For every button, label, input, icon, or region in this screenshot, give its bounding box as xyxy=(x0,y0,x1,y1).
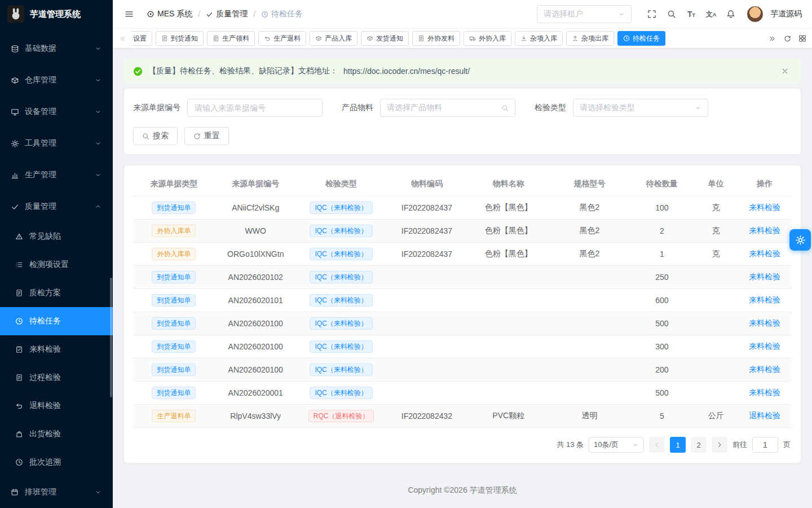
tabs-scroll-left-button[interactable] xyxy=(116,32,129,45)
cell-unit xyxy=(694,358,738,382)
sidebar-item[interactable]: 退料检验 xyxy=(0,392,113,420)
inspect-type-select[interactable]: 请选择检验类型 xyxy=(573,99,708,117)
pagination-page-button[interactable]: 2 xyxy=(691,437,707,453)
sidebar-item[interactable]: 质检方案 xyxy=(0,279,113,307)
tab-待检任务[interactable]: 待检任务 xyxy=(617,31,665,46)
sidebar-item[interactable]: 过程检验 xyxy=(0,364,113,392)
user-name[interactable]: 芋道源码 xyxy=(770,9,802,19)
tab-杂项入库[interactable]: 杂项入库 xyxy=(515,31,563,46)
translate-button[interactable]: 文A xyxy=(703,6,720,23)
success-icon xyxy=(133,67,143,76)
cell-unit xyxy=(694,382,738,405)
tab-发货通知[interactable]: 发货通知 xyxy=(361,31,409,46)
product-select[interactable]: 请选择产品物料 xyxy=(380,99,515,117)
pagination-page-button[interactable]: 1 xyxy=(670,437,686,453)
sidebar-item[interactable]: 出货检验 xyxy=(0,420,113,448)
breadcrumb-item-quality[interactable]: 质量管理 xyxy=(206,9,248,19)
row-action-link[interactable]: 来料检验 xyxy=(749,341,780,351)
cell-qty: 100 xyxy=(630,196,694,220)
tab-产品入库[interactable]: 产品入库 xyxy=(310,31,358,46)
reset-button[interactable]: 重置 xyxy=(184,127,229,145)
cell-source-type: 到货通知单 xyxy=(133,266,215,289)
row-action-link[interactable]: 来料检验 xyxy=(749,226,780,235)
cell-spec: 黑色2 xyxy=(549,220,629,243)
sidebar-menu: 基础数据仓库管理设备管理工具管理生产管理质量管理常见缺陷检测项设置质检方案待检任… xyxy=(0,28,113,508)
tabs-refresh-button[interactable] xyxy=(781,32,793,45)
filter-row: 来源单据编号 产品物料 请选择产品物料 检验类型 请选择检验类型 xyxy=(133,99,792,117)
database-icon xyxy=(10,45,19,53)
sidebar-item[interactable]: 检测项设置 xyxy=(0,251,113,279)
row-action-link[interactable]: 来料检验 xyxy=(749,388,780,397)
row-action-link[interactable]: 退料检验 xyxy=(749,411,780,420)
sidebar-item[interactable]: 质量管理 xyxy=(0,191,113,222)
tenant-select[interactable]: 请选择租户 xyxy=(537,5,632,23)
pagination-page-unit: 页 xyxy=(783,440,791,450)
cell-material-code xyxy=(386,358,468,382)
pagination-next-button[interactable] xyxy=(712,437,727,453)
page-size-select[interactable]: 10条/页 xyxy=(589,437,644,453)
sidebar-item[interactable]: 工具管理 xyxy=(0,128,113,159)
tab-设置[interactable]: 设置 xyxy=(131,31,152,46)
sidebar-collapse-button[interactable] xyxy=(121,6,138,23)
breadcrumb-item-mes[interactable]: MES 系统 xyxy=(147,9,192,19)
source-no-input[interactable] xyxy=(187,99,323,117)
search-button[interactable]: 搜索 xyxy=(133,127,178,145)
source-type-tag: 到货通知单 xyxy=(152,294,196,306)
notification-bell-button[interactable] xyxy=(722,6,739,23)
sidebar-item[interactable]: 常见缺陷 xyxy=(0,222,113,251)
pagination-goto-input[interactable] xyxy=(752,437,778,453)
tab-杂项出库[interactable]: 杂项出库 xyxy=(566,31,614,46)
sidebar-scrollbar[interactable] xyxy=(110,278,112,397)
sidebar-item[interactable]: 设备管理 xyxy=(0,96,113,128)
source-type-tag: 外协入库单 xyxy=(152,248,196,260)
row-action-link[interactable]: 来料检验 xyxy=(749,295,780,304)
tab-label: 生产领料 xyxy=(222,34,249,43)
tab-到货通知[interactable]: 到货通知 xyxy=(156,31,204,46)
row-action-link[interactable]: 来料检验 xyxy=(749,249,780,258)
tab-生产退料[interactable]: 生产退料 xyxy=(258,31,306,46)
sidebar-item[interactable]: 排班管理 xyxy=(0,476,113,508)
row-action-link[interactable]: 来料检验 xyxy=(749,272,780,281)
search-button-header[interactable] xyxy=(663,6,680,23)
sidebar-item[interactable]: 批次追溯 xyxy=(0,448,113,476)
inspect-type-tag: IQC（来料检验） xyxy=(310,225,372,237)
batch-trace-icon xyxy=(15,458,24,466)
tab-外协发料[interactable]: 外协发料 xyxy=(412,31,460,46)
tabs-scroll-right-button[interactable] xyxy=(766,32,778,45)
pagination-prev-button[interactable] xyxy=(649,437,665,453)
cell-material-name xyxy=(467,335,549,358)
app-logo[interactable]: 芋道管理系统 xyxy=(0,0,113,28)
sidebar-item[interactable]: 来料检验 xyxy=(0,335,113,364)
sidebar-item[interactable]: 仓库管理 xyxy=(0,64,113,96)
cell-source-no: ORGo10lXNGtn xyxy=(215,243,297,266)
cell-source-no: AN2026020100 xyxy=(215,358,297,382)
font-size-button[interactable]: TT xyxy=(683,6,700,23)
tab-外协入库[interactable]: 外协入库 xyxy=(464,31,511,46)
tab-生产领料[interactable]: 生产领料 xyxy=(207,31,255,46)
cell-unit: 克 xyxy=(694,196,738,220)
alert-close-icon[interactable] xyxy=(778,64,792,78)
inspect-type-tag: IQC（来料检验） xyxy=(310,202,372,214)
cell-unit xyxy=(694,335,738,358)
user-avatar[interactable] xyxy=(747,6,764,23)
tabs-menu-button[interactable] xyxy=(796,32,809,45)
sidebar-item-label: 批次追溯 xyxy=(29,457,103,467)
production-pick-icon xyxy=(213,35,219,42)
check-icon xyxy=(206,11,213,18)
cell-material-name: 色粉【黑色】 xyxy=(467,220,549,243)
sidebar-item[interactable]: 基础数据 xyxy=(0,33,113,64)
product-label: 产品物料 xyxy=(342,103,373,113)
settings-fab-button[interactable] xyxy=(789,229,811,251)
cell-material-name: 色粉【黑色】 xyxy=(467,243,549,266)
table-row: 到货通知单AN2026020100IQC（来料检验）300来料检验 xyxy=(133,335,792,358)
sidebar-submenu: 常见缺陷检测项设置质检方案待检任务来料检验过程检验退料检验出货检验批次追溯 xyxy=(0,222,113,476)
row-action-link[interactable]: 来料检验 xyxy=(749,365,780,374)
sidebar-item[interactable]: 生产管理 xyxy=(0,159,113,191)
row-action-link[interactable]: 来料检验 xyxy=(749,318,780,327)
target-icon xyxy=(147,10,155,18)
row-action-link[interactable]: 来料检验 xyxy=(749,203,780,212)
alert-doc-link[interactable]: https://doc.iocoder.cn/mes/qc-result/ xyxy=(343,67,470,76)
sidebar-item[interactable]: 待检任务 xyxy=(0,307,113,335)
tab-label: 设置 xyxy=(133,34,147,43)
fullscreen-button[interactable] xyxy=(643,6,660,23)
